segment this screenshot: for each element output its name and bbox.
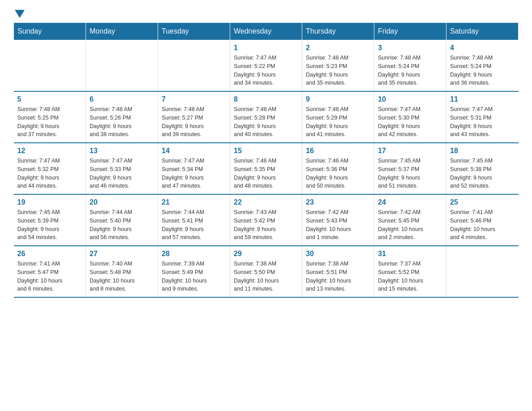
- day-info: Sunrise: 7:42 AM Sunset: 5:45 PM Dayligh…: [378, 208, 442, 242]
- day-number: 13: [90, 147, 154, 155]
- day-number: 4: [450, 44, 515, 52]
- day-number: 30: [306, 250, 370, 258]
- day-info: Sunrise: 7:43 AM Sunset: 5:42 PM Dayligh…: [234, 208, 298, 242]
- day-info: Sunrise: 7:47 AM Sunset: 5:22 PM Dayligh…: [234, 54, 298, 87]
- calendar-cell: 23Sunrise: 7:42 AM Sunset: 5:43 PM Dayli…: [302, 194, 374, 246]
- day-info: Sunrise: 7:40 AM Sunset: 5:48 PM Dayligh…: [90, 260, 154, 293]
- weekday-header-thursday: Thursday: [302, 23, 374, 40]
- day-number: 1: [234, 44, 298, 52]
- day-number: 8: [234, 95, 298, 103]
- calendar-cell: 17Sunrise: 7:45 AM Sunset: 5:37 PM Dayli…: [374, 143, 446, 194]
- calendar-week-3: 12Sunrise: 7:47 AM Sunset: 5:32 PM Dayli…: [14, 143, 519, 194]
- day-number: 23: [306, 198, 370, 206]
- day-info: Sunrise: 7:45 AM Sunset: 5:37 PM Dayligh…: [378, 157, 442, 190]
- day-info: Sunrise: 7:47 AM Sunset: 5:33 PM Dayligh…: [90, 157, 154, 190]
- day-number: 27: [90, 250, 154, 258]
- calendar-cell: [86, 40, 158, 92]
- calendar-cell: 1Sunrise: 7:47 AM Sunset: 5:22 PM Daylig…: [230, 40, 302, 92]
- calendar-week-1: 1Sunrise: 7:47 AM Sunset: 5:22 PM Daylig…: [14, 40, 519, 92]
- weekday-header-friday: Friday: [374, 23, 446, 40]
- calendar-cell: 22Sunrise: 7:43 AM Sunset: 5:42 PM Dayli…: [230, 194, 302, 246]
- day-number: 25: [450, 198, 515, 206]
- day-number: 17: [378, 147, 442, 155]
- day-number: 14: [162, 147, 226, 155]
- day-number: 3: [378, 44, 442, 52]
- day-number: 18: [450, 147, 515, 155]
- day-info: Sunrise: 7:48 AM Sunset: 5:24 PM Dayligh…: [450, 54, 515, 87]
- calendar-cell: 28Sunrise: 7:39 AM Sunset: 5:49 PM Dayli…: [158, 246, 230, 297]
- day-info: Sunrise: 7:37 AM Sunset: 5:52 PM Dayligh…: [378, 260, 442, 293]
- calendar-cell: [158, 40, 230, 92]
- calendar-cell: 12Sunrise: 7:47 AM Sunset: 5:32 PM Dayli…: [14, 143, 86, 194]
- day-info: Sunrise: 7:41 AM Sunset: 5:47 PM Dayligh…: [17, 260, 82, 293]
- day-number: 15: [234, 147, 298, 155]
- day-info: Sunrise: 7:48 AM Sunset: 5:27 PM Dayligh…: [162, 105, 226, 139]
- day-number: 19: [17, 198, 82, 206]
- calendar-cell: 2Sunrise: 7:48 AM Sunset: 5:23 PM Daylig…: [302, 40, 374, 92]
- day-number: 31: [378, 250, 442, 258]
- calendar-cell: 16Sunrise: 7:46 AM Sunset: 5:36 PM Dayli…: [302, 143, 374, 194]
- day-info: Sunrise: 7:46 AM Sunset: 5:35 PM Dayligh…: [234, 157, 298, 190]
- day-info: Sunrise: 7:47 AM Sunset: 5:30 PM Dayligh…: [378, 105, 442, 139]
- calendar-cell: 25Sunrise: 7:41 AM Sunset: 5:46 PM Dayli…: [446, 194, 519, 246]
- day-number: 20: [90, 198, 154, 206]
- calendar-cell: 21Sunrise: 7:44 AM Sunset: 5:41 PM Dayli…: [158, 194, 230, 246]
- day-number: 29: [234, 250, 298, 258]
- calendar-cell: 20Sunrise: 7:44 AM Sunset: 5:40 PM Dayli…: [86, 194, 158, 246]
- day-number: 12: [17, 147, 82, 155]
- day-info: Sunrise: 7:45 AM Sunset: 5:38 PM Dayligh…: [450, 157, 515, 190]
- calendar-cell: 7Sunrise: 7:48 AM Sunset: 5:27 PM Daylig…: [158, 91, 230, 143]
- day-info: Sunrise: 7:48 AM Sunset: 5:23 PM Dayligh…: [306, 54, 370, 87]
- weekday-header-wednesday: Wednesday: [230, 23, 302, 40]
- day-number: 11: [450, 95, 515, 103]
- calendar-week-4: 19Sunrise: 7:45 AM Sunset: 5:39 PM Dayli…: [14, 194, 519, 246]
- day-number: 28: [162, 250, 226, 258]
- calendar-body: 1Sunrise: 7:47 AM Sunset: 5:22 PM Daylig…: [14, 40, 519, 298]
- day-info: Sunrise: 7:38 AM Sunset: 5:51 PM Dayligh…: [306, 260, 370, 293]
- calendar-cell: 29Sunrise: 7:38 AM Sunset: 5:50 PM Dayli…: [230, 246, 302, 297]
- calendar-header: SundayMondayTuesdayWednesdayThursdayFrid…: [14, 23, 519, 40]
- day-info: Sunrise: 7:39 AM Sunset: 5:49 PM Dayligh…: [162, 260, 226, 293]
- day-info: Sunrise: 7:47 AM Sunset: 5:32 PM Dayligh…: [17, 157, 82, 190]
- calendar-cell: 27Sunrise: 7:40 AM Sunset: 5:48 PM Dayli…: [86, 246, 158, 297]
- calendar-cell: [446, 246, 519, 297]
- day-info: Sunrise: 7:41 AM Sunset: 5:46 PM Dayligh…: [450, 208, 515, 242]
- day-number: 21: [162, 198, 226, 206]
- day-number: 22: [234, 198, 298, 206]
- day-info: Sunrise: 7:48 AM Sunset: 5:26 PM Dayligh…: [90, 105, 154, 139]
- day-info: Sunrise: 7:48 AM Sunset: 5:29 PM Dayligh…: [306, 105, 370, 139]
- calendar-cell: 24Sunrise: 7:42 AM Sunset: 5:45 PM Dayli…: [374, 194, 446, 246]
- logo: [13, 9, 25, 18]
- calendar-cell: 8Sunrise: 7:48 AM Sunset: 5:28 PM Daylig…: [230, 91, 302, 143]
- day-info: Sunrise: 7:48 AM Sunset: 5:24 PM Dayligh…: [378, 54, 442, 87]
- calendar-cell: [14, 40, 86, 92]
- weekday-header-monday: Monday: [86, 23, 158, 40]
- weekday-header-saturday: Saturday: [446, 23, 519, 40]
- page-header: [13, 9, 519, 18]
- calendar-cell: 5Sunrise: 7:48 AM Sunset: 5:25 PM Daylig…: [14, 91, 86, 143]
- weekday-header-row: SundayMondayTuesdayWednesdayThursdayFrid…: [14, 23, 519, 40]
- day-number: 10: [378, 95, 442, 103]
- day-info: Sunrise: 7:48 AM Sunset: 5:28 PM Dayligh…: [234, 105, 298, 139]
- calendar-cell: 4Sunrise: 7:48 AM Sunset: 5:24 PM Daylig…: [446, 40, 519, 92]
- day-info: Sunrise: 7:38 AM Sunset: 5:50 PM Dayligh…: [234, 260, 298, 293]
- day-info: Sunrise: 7:47 AM Sunset: 5:31 PM Dayligh…: [450, 105, 515, 139]
- day-info: Sunrise: 7:48 AM Sunset: 5:25 PM Dayligh…: [17, 105, 82, 139]
- weekday-header-sunday: Sunday: [14, 23, 86, 40]
- day-number: 9: [306, 95, 370, 103]
- calendar-cell: 18Sunrise: 7:45 AM Sunset: 5:38 PM Dayli…: [446, 143, 519, 194]
- calendar-cell: 15Sunrise: 7:46 AM Sunset: 5:35 PM Dayli…: [230, 143, 302, 194]
- calendar-week-5: 26Sunrise: 7:41 AM Sunset: 5:47 PM Dayli…: [14, 246, 519, 297]
- day-info: Sunrise: 7:47 AM Sunset: 5:34 PM Dayligh…: [162, 157, 226, 190]
- day-number: 7: [162, 95, 226, 103]
- day-info: Sunrise: 7:42 AM Sunset: 5:43 PM Dayligh…: [306, 208, 370, 242]
- calendar-cell: 26Sunrise: 7:41 AM Sunset: 5:47 PM Dayli…: [14, 246, 86, 297]
- logo-triangle-icon: [15, 10, 25, 18]
- calendar-cell: 6Sunrise: 7:48 AM Sunset: 5:26 PM Daylig…: [86, 91, 158, 143]
- day-number: 2: [306, 44, 370, 52]
- calendar-cell: 9Sunrise: 7:48 AM Sunset: 5:29 PM Daylig…: [302, 91, 374, 143]
- calendar-table: SundayMondayTuesdayWednesdayThursdayFrid…: [13, 22, 519, 298]
- calendar-cell: 19Sunrise: 7:45 AM Sunset: 5:39 PM Dayli…: [14, 194, 86, 246]
- calendar-week-2: 5Sunrise: 7:48 AM Sunset: 5:25 PM Daylig…: [14, 91, 519, 143]
- day-info: Sunrise: 7:44 AM Sunset: 5:41 PM Dayligh…: [162, 208, 226, 242]
